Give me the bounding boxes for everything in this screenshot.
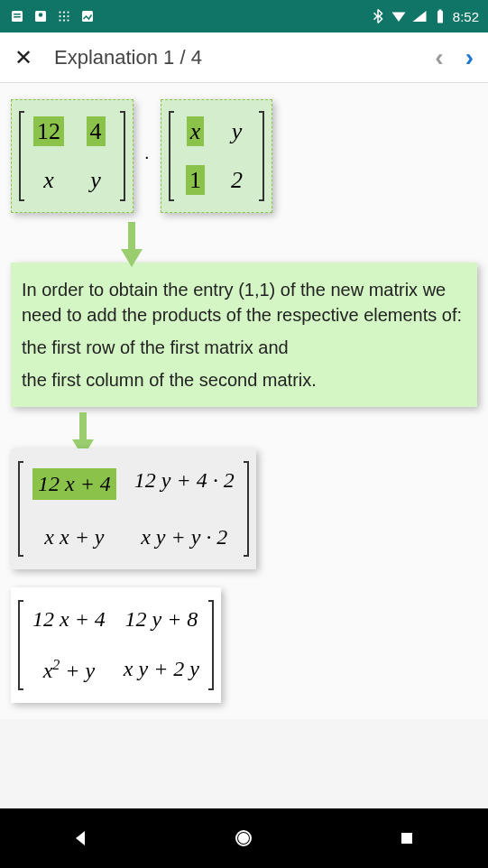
image-icon	[79, 8, 96, 24]
svg-point-18	[239, 834, 248, 843]
location-icon	[32, 8, 49, 24]
multiply-dot: ·	[144, 146, 150, 167]
fin-r2c1: x2 + y	[32, 657, 106, 683]
explanation-p2: the first row of the first matrix and	[22, 335, 466, 360]
svg-point-8	[59, 15, 60, 17]
input-matrices: 12 4 x y · x y 1 2	[11, 99, 477, 213]
res-r1c2: 12 y + 4 · 2	[134, 468, 235, 500]
app-bar: ✕ Explanation 1 / 4 ‹ ›	[0, 32, 488, 83]
status-time: 8:52	[453, 9, 479, 24]
svg-rect-16	[438, 10, 441, 12]
recent-icon[interactable]	[396, 827, 418, 849]
back-icon[interactable]	[70, 827, 92, 849]
home-icon[interactable]	[233, 827, 254, 849]
bluetooth-icon	[370, 8, 386, 24]
matrix-1: 12 4 x y	[11, 99, 134, 213]
svg-point-12	[63, 19, 65, 21]
arrow-down-icon	[119, 222, 144, 267]
status-right: 8:52	[370, 8, 479, 24]
res-r2c2: x y + y · 2	[134, 525, 235, 549]
svg-rect-2	[14, 16, 21, 18]
result-matrix: 12 x + 4 12 y + 4 · 2 x x + y x y + y · …	[11, 448, 256, 569]
matrix-2: x y 1 2	[161, 99, 272, 213]
res-r1c1: 12 x + 4	[32, 468, 116, 500]
svg-point-10	[67, 15, 69, 17]
explanation-p1: In order to obtain the entry (1,1) of th…	[22, 277, 466, 328]
fin-r1c2: 12 y + 8	[124, 607, 199, 632]
page-title: Explanation 1 / 4	[54, 46, 435, 69]
svg-point-5	[59, 11, 60, 13]
prev-button[interactable]: ‹	[435, 43, 443, 72]
notification-icon	[9, 8, 25, 24]
res-r2c1: x x + y	[32, 525, 116, 549]
m2-r1c1: x	[187, 116, 205, 146]
m1-r2c1: x	[33, 167, 64, 194]
explanation-box: In order to obtain the entry (1,1) of th…	[11, 263, 477, 407]
svg-point-7	[67, 11, 69, 13]
svg-rect-1	[14, 14, 21, 15]
system-nav-bar	[0, 808, 488, 868]
svg-point-9	[63, 15, 65, 17]
m1-r2c2: y	[80, 167, 111, 194]
status-left	[9, 8, 96, 24]
explanation-p3: the first column of the second matrix.	[22, 367, 466, 392]
final-matrix: 12 x + 4 12 y + 8 x2 + y x y + 2 y	[11, 587, 221, 703]
battery-icon	[432, 8, 448, 24]
svg-point-13	[67, 19, 69, 21]
signal-icon	[411, 8, 428, 24]
close-button[interactable]: ✕	[14, 45, 32, 70]
wifi-icon	[391, 8, 407, 24]
svg-rect-19	[401, 833, 412, 844]
svg-point-4	[39, 13, 43, 17]
m2-r1c2: y	[225, 118, 250, 145]
status-bar: 8:52	[0, 0, 488, 32]
next-button[interactable]: ›	[465, 43, 474, 72]
svg-point-6	[63, 11, 65, 13]
content-area: 12 4 x y · x y 1 2 In order to obtain th…	[0, 83, 488, 719]
grid-icon	[56, 8, 72, 24]
m2-r2c1: 1	[186, 165, 205, 195]
fin-r1c1: 12 x + 4	[32, 607, 106, 632]
svg-rect-15	[437, 11, 443, 23]
m1-r1c1: 12	[33, 116, 64, 146]
fin-r2c2: x y + 2 y	[124, 657, 199, 683]
m2-r2c2: 2	[225, 167, 250, 194]
svg-point-11	[59, 19, 60, 21]
m1-r1c2: 4	[87, 116, 106, 146]
